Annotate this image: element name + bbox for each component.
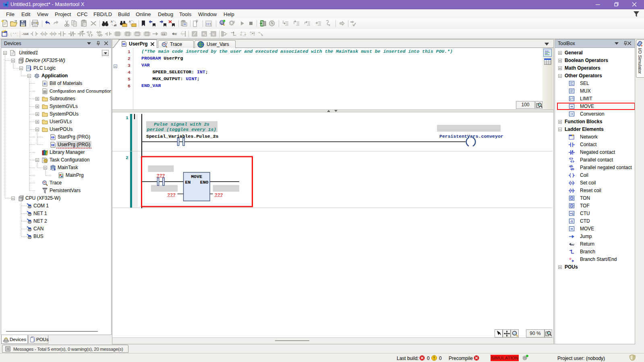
svg-text:ENO: ENO [200, 180, 209, 185]
svg-text:Special_Variables.Pulse_2s: Special_Variables.Pulse_2s [146, 134, 219, 139]
svg-text:LIL: LIL [162, 33, 166, 35]
svg-text:R: R [52, 32, 54, 36]
svg-text:N: N [205, 34, 206, 36]
svg-text:R: R [571, 189, 573, 192]
svg-text:S: S [571, 182, 573, 184]
svg-text:E?: E? [145, 33, 149, 35]
svg-text:A: A [111, 20, 113, 23]
svg-text:A: A [129, 20, 131, 23]
svg-text:-1: -1 [570, 219, 573, 223]
svg-text:PersistentVars.conveyor: PersistentVars.conveyor [439, 134, 503, 139]
svg-text:MOVE: MOVE [191, 174, 202, 179]
svg-text:S: S [212, 33, 215, 36]
svg-text:2: 2 [126, 155, 128, 160]
svg-text:B: B [115, 24, 117, 27]
svg-text:RET: RET [173, 33, 177, 35]
svg-text:Pulse signal with 2s: Pulse signal with 2s [154, 122, 209, 127]
svg-text:+1: +1 [570, 212, 574, 215]
svg-text:S: S [43, 32, 45, 36]
svg-text:EN: EN [185, 180, 191, 185]
svg-text:EN: EN [136, 33, 139, 35]
svg-text:RET: RET [571, 244, 575, 246]
svg-text:!: ! [433, 356, 435, 360]
svg-text:period (toggles every 1s): period (toggles every 1s) [147, 127, 217, 132]
svg-text:-VAR: -VAR [21, 33, 29, 36]
svg-text:(**): (**) [10, 33, 18, 37]
svg-text:1: 1 [126, 115, 128, 120]
svg-text:?: ? [126, 33, 128, 36]
